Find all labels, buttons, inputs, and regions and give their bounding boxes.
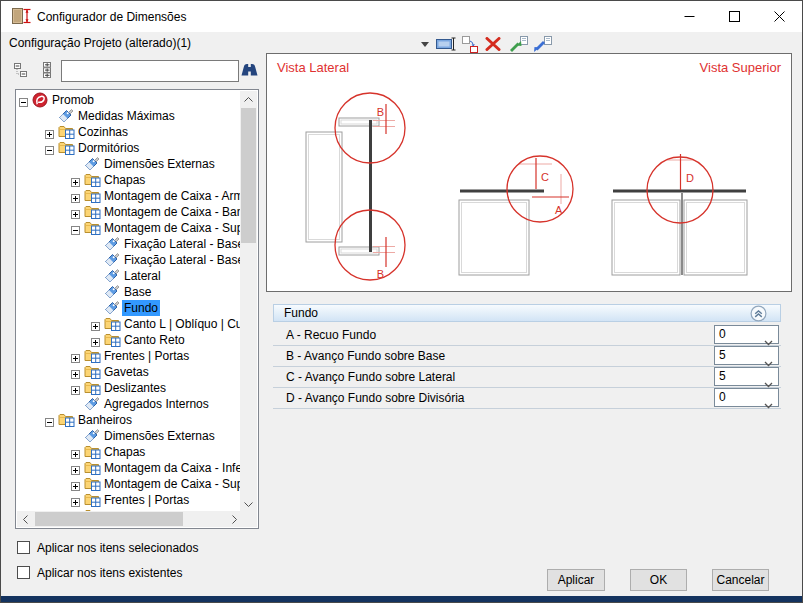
expander-plus-icon[interactable] xyxy=(71,479,80,488)
tag-icon xyxy=(58,108,75,124)
folder-icon xyxy=(84,380,101,396)
expander-plus-icon[interactable] xyxy=(91,319,100,328)
tag-icon xyxy=(104,300,121,316)
tree-item[interactable]: Dimensões Externas xyxy=(17,156,241,172)
expander-plus-icon[interactable] xyxy=(71,191,80,200)
tree-item[interactable]: Fundo xyxy=(17,300,241,316)
tree-item[interactable]: Montagem de Caixa - Bancada xyxy=(17,204,241,220)
expander-plus-icon[interactable] xyxy=(71,447,80,456)
tree-item[interactable]: Dimensões Externas xyxy=(17,428,241,444)
tree-item[interactable]: Montagem da Caixa - Inferior xyxy=(17,460,241,476)
tree-item[interactable]: Dormitórios xyxy=(17,140,241,156)
parameter-value-combobox[interactable]: 5 xyxy=(714,367,779,386)
folder-icon xyxy=(84,220,101,236)
tree-item[interactable]: Frentes | Portas xyxy=(17,492,241,508)
tree-item-label: Fixação Lateral - Base Inferior xyxy=(122,236,241,252)
maximize-button[interactable] xyxy=(715,1,753,31)
parameter-value-combobox[interactable]: 0 xyxy=(714,388,779,407)
parameter-value-combobox[interactable]: 5 xyxy=(714,346,779,365)
tree-item[interactable]: Chapas xyxy=(17,172,241,188)
collapse-section-icon[interactable] xyxy=(750,305,767,322)
expander-minus-icon[interactable] xyxy=(19,95,28,104)
tree-item[interactable]: Fixação Lateral - Base Superior xyxy=(17,252,241,268)
vista-lateral-title: Vista Lateral xyxy=(277,60,349,75)
folder-icon xyxy=(84,476,101,492)
minimize-button[interactable] xyxy=(670,1,708,31)
expander-plus-icon[interactable] xyxy=(91,335,100,344)
scroll-down-icon[interactable] xyxy=(240,496,257,512)
expander-plus-icon[interactable] xyxy=(71,351,80,360)
expander-plus-icon[interactable] xyxy=(45,127,54,136)
tree-item-label: Medidas Máximas xyxy=(76,108,177,124)
expander-minus-icon[interactable] xyxy=(71,223,80,232)
horizontal-scroll-thumb[interactable] xyxy=(35,512,183,526)
folder-icon xyxy=(84,460,101,476)
fundo-section: Fundo A - Recuo Fundo0B - Avanço Fundo s… xyxy=(273,304,781,409)
config-dropdown-caret-icon[interactable] xyxy=(419,34,431,54)
expander-plus-icon[interactable] xyxy=(71,175,80,184)
tree-item[interactable]: Montagem de Caixa - Armário xyxy=(17,188,241,204)
callout-d: D xyxy=(686,172,694,184)
parameter-value-combobox[interactable]: 0 xyxy=(714,325,779,344)
expand-all-icon[interactable] xyxy=(40,62,58,80)
tree-item[interactable]: Chapas xyxy=(17,444,241,460)
tree-item[interactable]: Montagem de Caixa - Superior xyxy=(17,220,241,236)
dimension-door-icon xyxy=(10,6,32,26)
tree-item-label: Fixação Lateral - Base Superior xyxy=(122,252,241,268)
ok-button[interactable]: OK xyxy=(630,569,687,591)
tree-item[interactable]: Deslizantes xyxy=(17,380,241,396)
tree-item-label: Banheiros xyxy=(76,412,134,428)
fundo-rows: A - Recuo Fundo0B - Avanço Fundo sobre B… xyxy=(273,325,781,409)
expander-plus-icon[interactable] xyxy=(71,383,80,392)
delete-config-icon[interactable] xyxy=(482,34,504,54)
parameter-label: D - Avanço Fundo sobre Divisória xyxy=(273,391,465,405)
checkbox-unchecked[interactable] xyxy=(17,541,30,554)
tree-item[interactable]: Cozinhas xyxy=(17,124,241,140)
folder-icon xyxy=(104,332,121,348)
tree-item[interactable]: Canto L | Oblíquo | Curvo xyxy=(17,316,241,332)
dialog-configurador-de-dimensoes: Configurador de Dimensões Configuração P… xyxy=(0,0,803,603)
tree-item[interactable]: Montagem de Caixa - Superior xyxy=(17,476,241,492)
expander-plus-icon[interactable] xyxy=(71,367,80,376)
tree-item[interactable]: Frentes | Portas xyxy=(17,348,241,364)
cancelar-button[interactable]: Cancelar xyxy=(712,569,769,591)
expander-minus-icon[interactable] xyxy=(45,143,54,152)
tree-item[interactable]: Promob xyxy=(17,92,241,108)
tree-horizontal-scrollbar[interactable] xyxy=(17,511,242,527)
tree-item[interactable]: Medidas Máximas xyxy=(17,108,241,124)
parameter-value: 0 xyxy=(719,326,726,343)
scroll-left-icon[interactable] xyxy=(17,511,33,527)
folder-icon xyxy=(58,124,75,140)
import-config-icon[interactable] xyxy=(531,34,553,54)
tree-item[interactable]: Lateral xyxy=(17,268,241,284)
export-config-icon[interactable] xyxy=(507,34,529,54)
expander-plus-icon[interactable] xyxy=(71,495,80,504)
collapse-all-icon[interactable] xyxy=(14,62,32,80)
search-binoculars-icon[interactable] xyxy=(240,62,259,78)
tree-item-label: Chapas xyxy=(102,444,147,460)
expander-plus-icon[interactable] xyxy=(71,463,80,472)
tree-item[interactable]: Canto Reto xyxy=(17,332,241,348)
copy-config-icon[interactable] xyxy=(459,34,481,54)
expander-plus-icon[interactable] xyxy=(71,207,80,216)
close-button[interactable] xyxy=(760,1,798,31)
tree-item[interactable]: Base xyxy=(17,284,241,300)
tree-search-input[interactable] xyxy=(61,60,239,82)
vertical-scroll-thumb[interactable] xyxy=(241,108,256,243)
config-name-label: Configuração Projeto (alterado)(1) xyxy=(9,36,191,50)
fundo-parameter-row: A - Recuo Fundo0 xyxy=(273,325,781,346)
tree-item-label: Lateral xyxy=(122,268,163,284)
expander-minus-icon[interactable] xyxy=(45,415,54,424)
tree-item[interactable]: Gavetas xyxy=(17,364,241,380)
tree-vertical-scrollbar[interactable] xyxy=(240,91,257,512)
tag-icon xyxy=(84,156,101,172)
parameter-label: B - Avanço Fundo sobre Base xyxy=(273,349,445,363)
tree-item-label: Chapas xyxy=(102,172,147,188)
aplicar-button[interactable]: Aplicar xyxy=(547,569,605,591)
rename-config-icon[interactable] xyxy=(435,34,457,54)
checkbox-unchecked[interactable] xyxy=(17,566,30,579)
tree-item[interactable]: Banheiros xyxy=(17,412,241,428)
scroll-up-icon[interactable] xyxy=(240,91,257,107)
tree-item[interactable]: Agregados Internos xyxy=(17,396,241,412)
tree-item[interactable]: Fixação Lateral - Base Inferior xyxy=(17,236,241,252)
